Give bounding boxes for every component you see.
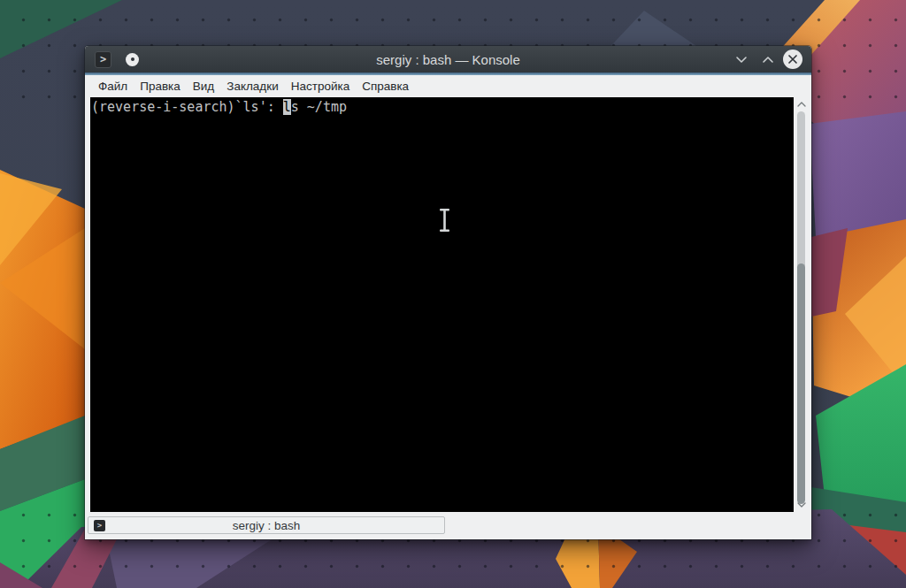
konsole-app-icon[interactable]: > xyxy=(95,51,111,68)
terminal-content-area: (reverse-i-search)`ls': ls ~/tmp xyxy=(90,97,809,512)
scrollbar-down-button[interactable] xyxy=(794,500,809,510)
chevron-up-icon xyxy=(762,56,774,64)
minimize-button[interactable] xyxy=(734,52,749,66)
menu-file[interactable]: Файл xyxy=(92,80,134,93)
menu-edit[interactable]: Правка xyxy=(134,80,187,93)
terminal-scrollbar[interactable] xyxy=(794,97,809,512)
on-all-desktops-button[interactable] xyxy=(126,53,139,66)
tab-bar-empty-area xyxy=(445,516,809,534)
window-title: sergiy : bash — Konsole xyxy=(85,52,811,67)
chevron-down-icon xyxy=(797,502,806,508)
ibeam-mouse-cursor xyxy=(438,208,451,236)
tab-bar: > sergiy : bash xyxy=(85,512,811,539)
maximize-button[interactable] xyxy=(761,52,775,66)
close-icon xyxy=(787,54,798,65)
tab-label: sergiy : bash xyxy=(88,519,444,532)
menu-view[interactable]: Вид xyxy=(187,80,220,93)
pin-dot-icon xyxy=(131,57,134,61)
window-controls xyxy=(734,46,802,73)
terminal-line-suffix: s ~/tmp xyxy=(291,99,347,115)
terminal-line-prefix: (reverse-i-search)`ls': xyxy=(91,99,283,115)
menu-bookmarks[interactable]: Закладки xyxy=(220,80,284,93)
menu-settings[interactable]: Настройка xyxy=(285,80,356,93)
scrollbar-thumb[interactable] xyxy=(797,263,805,504)
scrollbar-up-button[interactable] xyxy=(794,99,809,110)
window-titlebar[interactable]: > sergiy : bash — Konsole xyxy=(85,46,811,73)
chevron-up-icon xyxy=(797,102,806,107)
menu-help[interactable]: Справка xyxy=(356,80,415,93)
terminal-block-cursor: l xyxy=(283,99,291,115)
close-button[interactable] xyxy=(783,50,802,69)
terminal-display[interactable]: (reverse-i-search)`ls': ls ~/tmp xyxy=(90,97,794,512)
chevron-down-icon xyxy=(735,56,748,64)
konsole-window: > sergiy : bash — Konsole xyxy=(85,46,811,539)
active-tab[interactable]: > sergiy : bash xyxy=(88,516,445,534)
menu-bar: Файл Правка Вид Закладки Настройка Справ… xyxy=(85,75,811,97)
